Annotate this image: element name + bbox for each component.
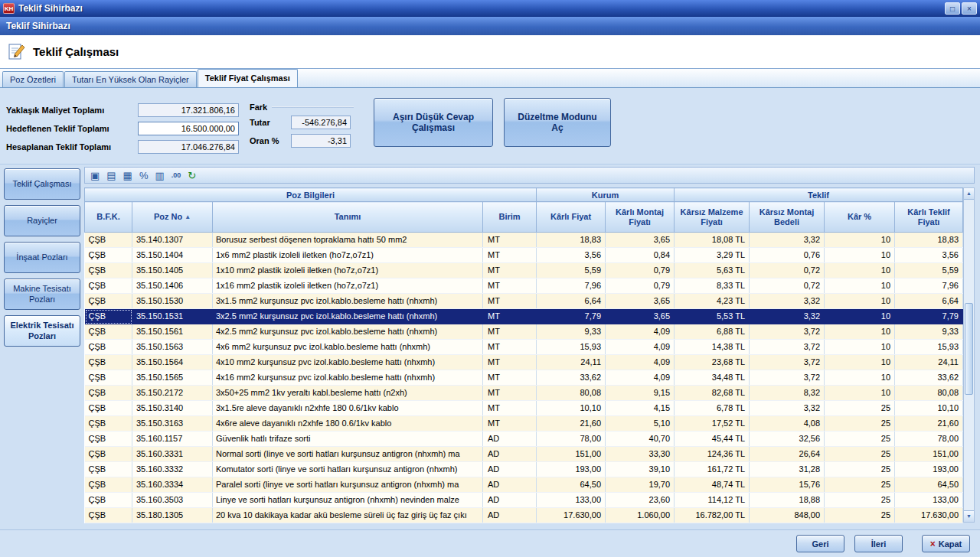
grid-cell[interactable]: 45,44 TL bbox=[675, 432, 750, 447]
table-row[interactable]: ÇŞB35.150.14051x10 mm2 plastik izoleli i… bbox=[85, 263, 963, 278]
grid-cell[interactable]: 9,33 bbox=[537, 324, 606, 340]
grid-cell[interactable]: 7,96 bbox=[895, 278, 963, 294]
grid-cell[interactable]: Normal sorti (linye ve sorti hatları kur… bbox=[213, 447, 483, 462]
grid-cell[interactable]: Borusuz serbest döşenen topraklama hattı… bbox=[213, 233, 483, 248]
grid-cell[interactable]: 25 bbox=[825, 432, 895, 447]
percent-icon[interactable]: % bbox=[139, 171, 149, 181]
table-row[interactable]: ÇŞB35.150.15654x16 mm2 kurşunsuz pvc izo… bbox=[85, 370, 963, 386]
grid-cell[interactable]: Paralel sorti (linye ve sorti hatları ku… bbox=[213, 477, 483, 493]
table-row[interactable]: ÇŞB35.160.3332Komutator sorti (linye ve … bbox=[85, 462, 963, 477]
grid-cell[interactable]: 7,96 bbox=[537, 278, 606, 294]
grid-cell[interactable]: 3,29 TL bbox=[675, 248, 750, 263]
grid-cell[interactable]: 1x16 mm2 plastik izoleli iletken (ho7z,o… bbox=[213, 278, 483, 294]
grid-cell[interactable]: MT bbox=[483, 355, 537, 370]
grid-cell[interactable]: 24,11 bbox=[895, 355, 963, 370]
grid-cell[interactable]: MT bbox=[483, 370, 537, 386]
grid-cell[interactable]: 16.782,00 TL bbox=[675, 508, 750, 523]
grid-cell[interactable]: 848,00 bbox=[750, 508, 825, 523]
table-row[interactable]: ÇŞB35.140.1307Borusuz serbest döşenen to… bbox=[85, 233, 963, 248]
table-row[interactable]: ÇŞB35.150.31634x6re aleve dayanıklı n2xh… bbox=[85, 416, 963, 432]
grid-cell[interactable]: 18,08 TL bbox=[675, 233, 750, 248]
grid-cell[interactable]: ÇŞB bbox=[85, 278, 132, 294]
grid-cell[interactable]: 78,00 bbox=[537, 432, 606, 447]
grid-cell[interactable]: AD bbox=[483, 432, 537, 447]
grid-cell[interactable]: AD bbox=[483, 508, 537, 523]
grid-cell[interactable]: 5,10 bbox=[606, 416, 675, 432]
grid-cell[interactable]: ÇŞB bbox=[85, 416, 132, 432]
grid-cell[interactable]: 80,08 bbox=[537, 386, 606, 401]
table-row[interactable]: ÇŞB35.150.14061x16 mm2 plastik izoleli i… bbox=[85, 278, 963, 294]
grid-cell[interactable]: 35.150.2172 bbox=[132, 386, 213, 401]
column-header[interactable]: Kârlı Teklif Fiyatı bbox=[895, 202, 963, 233]
grid-cell[interactable]: 14,38 TL bbox=[675, 340, 750, 355]
grid-cell[interactable]: ÇŞB bbox=[85, 324, 132, 340]
grid-cell[interactable]: 25 bbox=[825, 493, 895, 508]
grid-cell[interactable]: 3x2.5 mm2 kurşunsuz pvc izol.kablo.besle… bbox=[213, 309, 483, 324]
grid-cell[interactable]: 1x6 mm2 plastik izoleli iletken (ho7z,o7… bbox=[213, 248, 483, 263]
grid-cell[interactable]: 17.630,00 bbox=[895, 508, 963, 523]
grid-cell[interactable]: MT bbox=[483, 263, 537, 278]
sidebar-item-elektrik-tesisati-pozlari[interactable]: Elektrik Tesisatı Pozları bbox=[4, 315, 80, 347]
column-header[interactable]: Kâr % bbox=[825, 202, 895, 233]
scrollbar-thumb[interactable] bbox=[965, 303, 973, 395]
grid-cell[interactable]: 161,72 TL bbox=[675, 462, 750, 477]
grid-cell[interactable]: 4,09 bbox=[606, 370, 675, 386]
grid-cell[interactable]: MT bbox=[483, 340, 537, 355]
vertical-scrollbar[interactable]: ▲ ▼ bbox=[963, 187, 975, 523]
grid-cell[interactable]: AD bbox=[483, 493, 537, 508]
grid-cell[interactable]: 24,11 bbox=[537, 355, 606, 370]
grid-cell[interactable]: 1.060,00 bbox=[606, 508, 675, 523]
grid-cell[interactable]: 26,64 bbox=[750, 447, 825, 462]
grid-cell[interactable]: 33,62 bbox=[895, 370, 963, 386]
grid-cell[interactable]: MT bbox=[483, 401, 537, 416]
grid-cell[interactable]: 10 bbox=[825, 324, 895, 340]
grid-cell[interactable]: 35.150.1531 bbox=[132, 309, 213, 324]
grid-cell[interactable]: ÇŞB bbox=[85, 355, 132, 370]
grid-cell[interactable]: 3x1.5re aleve dayanıklı n2xhfe 180 0.6/1… bbox=[213, 401, 483, 416]
grid-cell[interactable]: 15,93 bbox=[895, 340, 963, 355]
table-row[interactable]: ÇŞB35.150.31403x1.5re aleve dayanıklı n2… bbox=[85, 401, 963, 416]
grid-cell[interactable]: 4,15 bbox=[606, 401, 675, 416]
grid-cell[interactable]: AD bbox=[483, 462, 537, 477]
grid-cell[interactable]: ÇŞB bbox=[85, 508, 132, 523]
grid-cell[interactable]: ÇŞB bbox=[85, 248, 132, 263]
tab-teklif-fiyat-calismasi[interactable]: Teklif Fiyat Çalışması bbox=[198, 69, 298, 87]
grid-cell[interactable]: 15,93 bbox=[537, 340, 606, 355]
grid-cell[interactable]: 23,60 bbox=[606, 493, 675, 508]
grid-cell[interactable]: 17.630,00 bbox=[537, 508, 606, 523]
grid-cell[interactable]: 4x6re aleve dayanıklı n2xhfe 180 0.6/1kv… bbox=[213, 416, 483, 432]
table-row[interactable]: ÇŞB35.150.15303x1.5 mm2 kurşunsuz pvc iz… bbox=[85, 294, 963, 309]
duzeltme-modunu-ac-button[interactable]: Düzeltme Modunu Aç bbox=[504, 98, 611, 147]
grid-cell[interactable]: ÇŞB bbox=[85, 340, 132, 355]
grid-cell[interactable]: 3,72 bbox=[750, 370, 825, 386]
grid-cell[interactable]: ÇŞB bbox=[85, 401, 132, 416]
grid-cell[interactable]: 6,64 bbox=[895, 294, 963, 309]
grid-cell[interactable]: 4,09 bbox=[606, 324, 675, 340]
grid-cell[interactable]: 78,00 bbox=[895, 432, 963, 447]
grid-cell[interactable]: 4,09 bbox=[606, 355, 675, 370]
grid-cell[interactable]: 10 bbox=[825, 278, 895, 294]
column-header[interactable]: Tanımı bbox=[213, 202, 483, 233]
grid-cell[interactable]: 35.150.1565 bbox=[132, 370, 213, 386]
grid-cell[interactable]: 3x50+25 mm2 1kv yeraltı kabl.besleme hat… bbox=[213, 386, 483, 401]
grid-cell[interactable]: 15,76 bbox=[750, 477, 825, 493]
grid-cell[interactable]: 3,56 bbox=[537, 248, 606, 263]
column-header[interactable]: Kârlı Fiyat bbox=[537, 202, 606, 233]
refresh-icon[interactable]: ↻ bbox=[188, 171, 196, 181]
grid-cell[interactable]: 3,32 bbox=[750, 309, 825, 324]
grid-cell[interactable]: 151,00 bbox=[537, 447, 606, 462]
grid-cell[interactable]: 40,70 bbox=[606, 432, 675, 447]
column-header[interactable]: Birim bbox=[483, 202, 537, 233]
grid-cell[interactable]: 35.150.1564 bbox=[132, 355, 213, 370]
grid-cell[interactable]: MT bbox=[483, 278, 537, 294]
restore-button[interactable]: □ bbox=[945, 2, 960, 15]
grid-cell[interactable]: 20 kva 10 dakikaya kadar akü besleme sür… bbox=[213, 508, 483, 523]
grid-cell[interactable]: ÇŞB bbox=[85, 493, 132, 508]
grid-cell[interactable]: 21,60 bbox=[895, 416, 963, 432]
grid-cell[interactable]: 193,00 bbox=[537, 462, 606, 477]
grid-cell[interactable]: MT bbox=[483, 309, 537, 324]
table-icon[interactable]: ▦ bbox=[123, 171, 132, 181]
tab-tutari-en-yuksek-rayicler[interactable]: Tutarı En Yüksek Olan Rayiçler bbox=[64, 71, 197, 87]
sidebar-item-teklif-calismasi[interactable]: Teklif Çalışması bbox=[4, 168, 80, 200]
column-header[interactable]: Kârlı Montaj Fiyatı bbox=[606, 202, 675, 233]
